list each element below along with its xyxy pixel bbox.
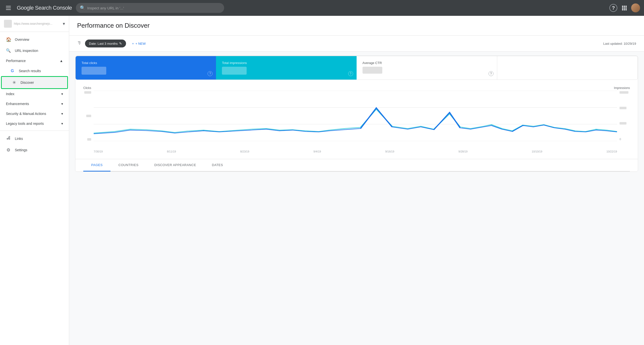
ctr-label: Average CTR (362, 61, 491, 65)
impressions-help-icon[interactable]: ? (348, 71, 353, 76)
apps-button[interactable] (619, 3, 629, 13)
new-filter-button[interactable]: + + NEW (129, 40, 148, 48)
avatar[interactable] (631, 4, 640, 12)
chevron-down-icon: ▾ (61, 102, 63, 106)
tab-pages[interactable]: PAGES (83, 159, 110, 172)
help-button[interactable]: ? (610, 4, 617, 12)
svg-rect-2 (626, 6, 627, 7)
plus-icon: + (132, 42, 134, 46)
last-updated: Last updated: 10/29/19 (603, 42, 636, 46)
edit-icon: ✎ (119, 42, 122, 46)
tab-discover-appearance[interactable]: DISCOVER APPEARANCE (146, 159, 204, 172)
metric-clicks[interactable]: Total clicks ? (76, 56, 216, 80)
settings-icon: ⚙ (6, 147, 11, 153)
tab-dates[interactable]: DATES (204, 159, 231, 172)
clicks-value (82, 67, 210, 75)
content-area: Performance on Discover Date: Last 3 mon… (69, 16, 644, 345)
sidebar-group-performance[interactable]: Performance ▲ (0, 56, 69, 66)
page-header: Performance on Discover (69, 16, 644, 36)
header-right: ? (610, 3, 640, 13)
main-layout: https://www.searchenginejo... ▾ 🏠 Overvi… (0, 16, 644, 345)
google-icon: G (10, 69, 15, 73)
ctr-help-icon[interactable]: ? (488, 71, 494, 76)
sidebar: https://www.searchenginejo... ▾ 🏠 Overvi… (0, 16, 69, 345)
x-axis-labels: 7/30/19 8/11/19 8/23/19 9/4/19 9/16/19 9… (94, 150, 617, 153)
property-icon (4, 20, 12, 28)
sidebar-group-legacy[interactable]: Legacy tools and reports ▾ (0, 118, 69, 128)
x-label-2: 8/11/19 (167, 150, 176, 153)
svg-rect-4 (624, 8, 625, 9)
chart-clicks-label: Clicks (83, 86, 91, 90)
sidebar-nav: 🏠 Overview 🔍 URL inspection Performance … (0, 32, 69, 158)
impressions-number (222, 67, 247, 75)
chart-container: Clicks Impressions 0 (83, 84, 630, 153)
search-icon: 🔍 (80, 5, 85, 11)
clicks-number (82, 67, 106, 75)
y-axis-right: 0 (618, 91, 630, 140)
x-label-6: 9/28/19 (458, 150, 468, 153)
chevron-down-icon: ▾ (61, 112, 63, 116)
impressions-value (222, 67, 350, 75)
svg-rect-5 (626, 8, 627, 9)
tab-countries[interactable]: COUNTRIES (110, 159, 146, 172)
chart-impressions-label: Impressions (614, 86, 630, 90)
clicks-label: Total clicks (82, 61, 210, 65)
filter-bar: Date: Last 3 months ✎ + + NEW Last updat… (69, 36, 644, 52)
metric-ctr[interactable]: Average CTR ? (356, 56, 497, 80)
chart-svg (94, 91, 617, 141)
metrics-cards: Total clicks ? Total impressions ? Avera… (75, 56, 638, 80)
ctr-number (362, 67, 382, 74)
x-label-7: 10/10/19 (532, 150, 542, 153)
date-filter-button[interactable]: Date: Last 3 months ✎ (85, 40, 126, 48)
sidebar-group-index[interactable]: Index ▾ (0, 89, 69, 99)
x-label-3: 8/23/19 (240, 150, 249, 153)
impressions-label: Total impressions (222, 61, 350, 65)
y-axis-left (83, 91, 92, 140)
home-icon: 🏠 (6, 37, 11, 42)
sidebar-group-enhancements[interactable]: Enhancements ▾ (0, 99, 69, 109)
chevron-up-icon: ▲ (60, 59, 63, 63)
svg-rect-8 (626, 9, 627, 10)
metric-empty (497, 56, 638, 80)
x-label-5: 9/16/19 (385, 150, 394, 153)
chevron-down-icon: ▾ (61, 122, 63, 126)
page-title: Performance on Discover (77, 22, 636, 30)
sidebar-group-security[interactable]: Security & Manual Actions ▾ (0, 109, 69, 118)
svg-rect-1 (624, 6, 625, 7)
tabs: PAGES COUNTRIES DISCOVER APPEARANCE DATE… (83, 159, 630, 172)
clicks-help-icon[interactable]: ? (208, 71, 212, 76)
performance-panel: Total clicks ? Total impressions ? Avera… (75, 56, 638, 172)
date-filter-label: Date: Last 3 months (89, 42, 118, 46)
sidebar-item-settings[interactable]: ⚙ Settings (0, 144, 69, 156)
x-label-8: 10/22/19 (606, 150, 617, 153)
sidebar-item-overview[interactable]: 🏠 Overview (0, 34, 69, 45)
x-label-1: 7/30/19 (94, 150, 103, 153)
sidebar-item-links[interactable]: Links (0, 133, 69, 144)
hamburger-menu[interactable] (4, 4, 13, 12)
chart-section: Clicks Impressions 0 (75, 80, 638, 159)
sidebar-item-discover[interactable]: ✳ Discover (1, 76, 68, 89)
top-header: Google Search Console 🔍 ? (0, 0, 644, 16)
svg-rect-0 (622, 6, 623, 7)
chevron-down-icon: ▾ (61, 92, 63, 96)
ctr-value (362, 67, 491, 74)
sidebar-item-url-inspection[interactable]: 🔍 URL inspection (0, 45, 69, 56)
svg-rect-7 (624, 9, 625, 10)
metric-impressions[interactable]: Total impressions ? (216, 56, 356, 80)
svg-rect-3 (622, 8, 623, 9)
app-title: Google Search Console (17, 5, 72, 11)
svg-rect-6 (622, 9, 623, 10)
search-icon: 🔍 (6, 48, 11, 53)
property-name: https://www.searchenginejo... (14, 22, 61, 26)
search-input[interactable] (87, 6, 220, 10)
chevron-down-icon: ▾ (63, 21, 65, 26)
links-icon (6, 136, 11, 141)
property-selector[interactable]: https://www.searchenginejo... ▾ (0, 16, 69, 32)
svg-line-13 (8, 137, 9, 138)
discover-icon: ✳ (12, 80, 16, 85)
filter-icon[interactable] (77, 40, 82, 47)
search-bar[interactable]: 🔍 (76, 3, 224, 13)
tabs-section: PAGES COUNTRIES DISCOVER APPEARANCE DATE… (75, 159, 638, 172)
x-label-4: 9/4/19 (313, 150, 321, 153)
sidebar-item-search-results[interactable]: G Search results (0, 66, 69, 76)
